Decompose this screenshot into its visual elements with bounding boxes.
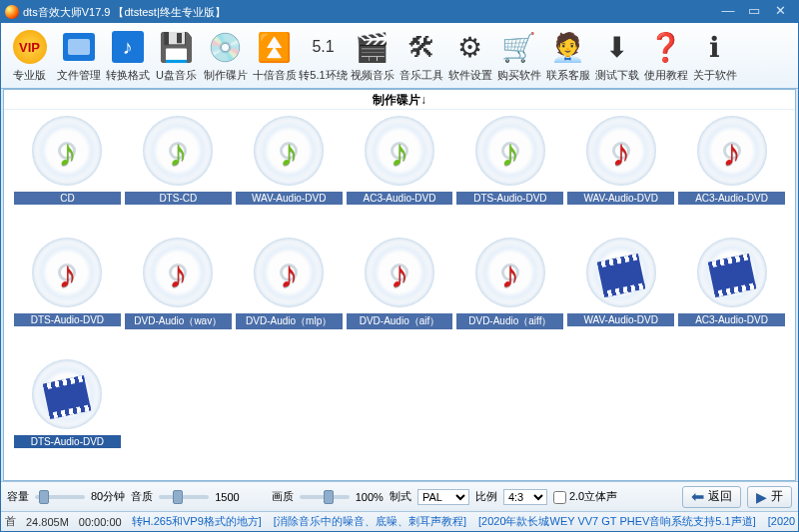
picture-label: 画质 — [272, 489, 294, 504]
status-link[interactable]: [2020年款长城WEY VV7 GT PHEV音响系统支持5.1声道] — [478, 515, 756, 527]
status-link[interactable]: [消除音乐中的噪音、底噪、刺耳声教程] — [274, 515, 466, 527]
disc-item-2[interactable]: ♪WAV-Audio-DVD — [236, 116, 343, 234]
buy-icon: 🛒 — [500, 28, 538, 66]
close-button[interactable]: ✕ — [772, 5, 788, 19]
start-button[interactable]: ▶开 — [747, 486, 792, 508]
capacity-label: 容量 — [7, 489, 29, 504]
disc-overlay-note-red: ♪ — [379, 252, 420, 293]
tenx-label: 十倍音质 — [253, 68, 297, 83]
usb-icon: 💾 — [158, 28, 196, 66]
to51-icon: 5.1 — [305, 28, 343, 66]
disc-item-1[interactable]: ♪DTS-CD — [125, 116, 232, 234]
file-icon — [60, 28, 98, 66]
disc-item-5[interactable]: ♪WAV-Audio-DVD — [567, 116, 674, 234]
tools-icon: 🛠 — [402, 28, 440, 66]
status-link[interactable]: [2020 — [768, 515, 796, 527]
arrow-left-icon: ⬅ — [691, 487, 704, 506]
toolbar-about[interactable]: ℹ关于软件 — [690, 26, 739, 85]
toolbar-support[interactable]: 🧑‍💼联系客服 — [543, 26, 592, 85]
toolbar-convert[interactable]: ♪转换格式 — [103, 26, 152, 85]
maximize-button[interactable]: ▭ — [746, 5, 762, 19]
stereo-text: 2.0立体声 — [569, 490, 617, 502]
toolbar-vip[interactable]: VIP专业版 — [5, 26, 54, 85]
toolbar-tutorial[interactable]: ❓使用教程 — [641, 26, 690, 85]
toolbar-settings[interactable]: ⚙软件设置 — [445, 26, 494, 85]
stereo-checkbox-label[interactable]: 2.0立体声 — [553, 489, 617, 504]
disc-item-8[interactable]: ♪DVD-Audio（wav） — [125, 238, 232, 355]
disc-item-4[interactable]: ♪DTS-Audio-DVD — [456, 116, 563, 234]
status-tracks: 首 — [5, 514, 16, 529]
buy-label: 购买软件 — [497, 68, 541, 83]
format-select[interactable]: PALNTSC — [417, 489, 469, 505]
status-link[interactable]: 转H.265和VP9格式的地方] — [132, 515, 262, 527]
quality-label: 音质 — [131, 489, 153, 504]
toolbar-makedisc[interactable]: 💿制作碟片 — [201, 26, 250, 85]
disc-item-9[interactable]: ♪DVD-Audio（mlp） — [236, 238, 343, 355]
disc-item-7[interactable]: ♪DTS-Audio-DVD — [14, 238, 121, 355]
disc-icon: ♪ — [586, 116, 656, 186]
tools-label: 音乐工具 — [400, 68, 443, 83]
disc-icon: ♪ — [475, 238, 545, 307]
video-label: 视频音乐 — [351, 68, 395, 83]
support-icon: 🧑‍💼 — [549, 28, 587, 66]
disc-icon: ♪ — [697, 116, 767, 186]
tutorial-icon: ❓ — [647, 28, 685, 66]
to51-label: 转5.1环绕 — [299, 68, 347, 83]
disc-label: DVD-Audio（mlp） — [236, 313, 343, 329]
capacity-slider[interactable] — [35, 495, 85, 499]
disc-label: DTS-Audio-DVD — [456, 192, 563, 205]
disc-label: DVD-Audio（aiff） — [456, 313, 563, 329]
disc-label: AC3-Audio-DVD — [678, 192, 785, 205]
makedisc-label: 制作碟片 — [204, 68, 248, 83]
disc-overlay-note-red: ♪ — [268, 252, 310, 293]
video-icon: 🎬 — [354, 28, 392, 66]
disc-item-6[interactable]: ♪AC3-Audio-DVD — [678, 116, 785, 234]
picture-slider[interactable] — [300, 495, 350, 499]
tenx-icon: ⏫ — [256, 28, 294, 66]
tutorial-label: 使用教程 — [644, 68, 688, 83]
about-icon: ℹ — [696, 28, 734, 66]
disc-overlay-note-green: ♪ — [379, 130, 420, 172]
disc-item-12[interactable]: WAV-Audio-DVD — [567, 238, 674, 355]
minimize-button[interactable]: — — [720, 5, 736, 19]
disc-item-10[interactable]: ♪DVD-Audio（aif） — [347, 238, 453, 355]
disc-label: DTS-Audio-DVD — [14, 313, 121, 326]
settings-label: 软件设置 — [448, 68, 492, 83]
disc-icon: ♪ — [143, 238, 213, 307]
disc-icon: ♪ — [365, 116, 434, 186]
disc-icon: ♪ — [32, 116, 102, 186]
stereo-checkbox[interactable] — [553, 491, 566, 504]
toolbar-tenx[interactable]: ⏫十倍音质 — [250, 26, 299, 85]
disc-overlay-note-green: ♪ — [157, 130, 199, 172]
disc-grid: ♪CD♪DTS-CD♪WAV-Audio-DVD♪AC3-Audio-DVD♪D… — [4, 110, 795, 480]
titlebar: dts音效大师V17.9 【dtstest|终生专业版】 — ▭ ✕ — [1, 1, 798, 23]
disc-item-3[interactable]: ♪AC3-Audio-DVD — [347, 116, 453, 234]
ratio-label: 比例 — [475, 489, 497, 504]
disc-item-0[interactable]: ♪CD — [14, 116, 121, 234]
toolbar-file[interactable]: 文件管理 — [54, 26, 103, 85]
disc-overlay-note-red: ♪ — [489, 252, 531, 293]
disc-label: DVD-Audio（aif） — [347, 313, 453, 329]
disc-item-13[interactable]: AC3-Audio-DVD — [678, 238, 785, 355]
toolbar-tools[interactable]: 🛠音乐工具 — [397, 26, 445, 85]
toolbar-usb[interactable]: 💾U盘音乐 — [152, 26, 201, 85]
disc-label: WAV-Audio-DVD — [567, 313, 674, 326]
download-icon: ⬇ — [598, 28, 636, 66]
disc-item-11[interactable]: ♪DVD-Audio（aiff） — [456, 238, 563, 355]
disc-icon: ♪ — [32, 238, 102, 307]
toolbar-buy[interactable]: 🛒购买软件 — [494, 26, 543, 85]
quality-slider[interactable] — [159, 495, 209, 499]
toolbar-video[interactable]: 🎬视频音乐 — [348, 26, 397, 85]
disc-label: DTS-CD — [125, 192, 232, 205]
toolbar-to51[interactable]: 5.1转5.1环绕 — [299, 26, 348, 85]
disc-overlay-note-red: ♪ — [46, 252, 88, 293]
back-button[interactable]: ⬅返回 — [682, 486, 741, 508]
disc-overlay-film — [711, 252, 753, 293]
ratio-select[interactable]: 4:316:9 — [503, 489, 547, 505]
app-icon — [5, 5, 19, 19]
toolbar-download[interactable]: ⬇测试下载 — [592, 26, 641, 85]
status-links: 转H.265和VP9格式的地方][消除音乐中的噪音、底噪、刺耳声教程][2020… — [132, 514, 798, 529]
disc-item-14[interactable]: DTS-Audio-DVD — [14, 359, 121, 477]
disc-label: AC3-Audio-DVD — [347, 192, 453, 205]
download-label: 测试下载 — [595, 68, 639, 83]
